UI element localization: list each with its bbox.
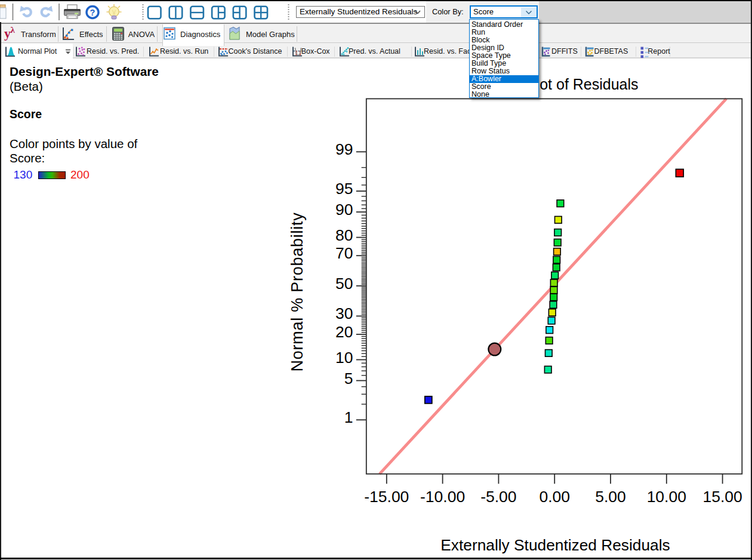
svg-text:1: 1 [344, 408, 353, 426]
svg-text:0.00: 0.00 [539, 488, 570, 506]
svg-text:-15.00: -15.00 [364, 488, 409, 506]
svg-text:10.00: 10.00 [647, 488, 686, 506]
svg-text:Externally Studentized Residua: Externally Studentized Residuals [440, 536, 670, 554]
svg-text:y: y [4, 26, 11, 41]
svg-text:90: 90 [335, 201, 353, 219]
svg-text:5.00: 5.00 [595, 488, 626, 506]
svg-text:-10.00: -10.00 [420, 488, 465, 506]
svg-text:70: 70 [335, 244, 353, 262]
svg-text:20: 20 [335, 323, 353, 341]
svg-text:50: 50 [335, 275, 353, 293]
svg-text:99: 99 [335, 140, 353, 158]
svg-text:?: ? [90, 8, 95, 17]
svg-text:5: 5 [344, 370, 353, 387]
svg-text:-5.00: -5.00 [480, 488, 516, 506]
svg-text:15.00: 15.00 [702, 488, 742, 506]
svg-text:95: 95 [335, 180, 353, 198]
svg-text:λ: λ [11, 25, 16, 35]
svg-text:Normal % Probability: Normal % Probability [288, 212, 306, 371]
svg-text:30: 30 [335, 304, 353, 322]
svg-text:10: 10 [335, 349, 353, 367]
svg-text:80: 80 [335, 226, 353, 244]
